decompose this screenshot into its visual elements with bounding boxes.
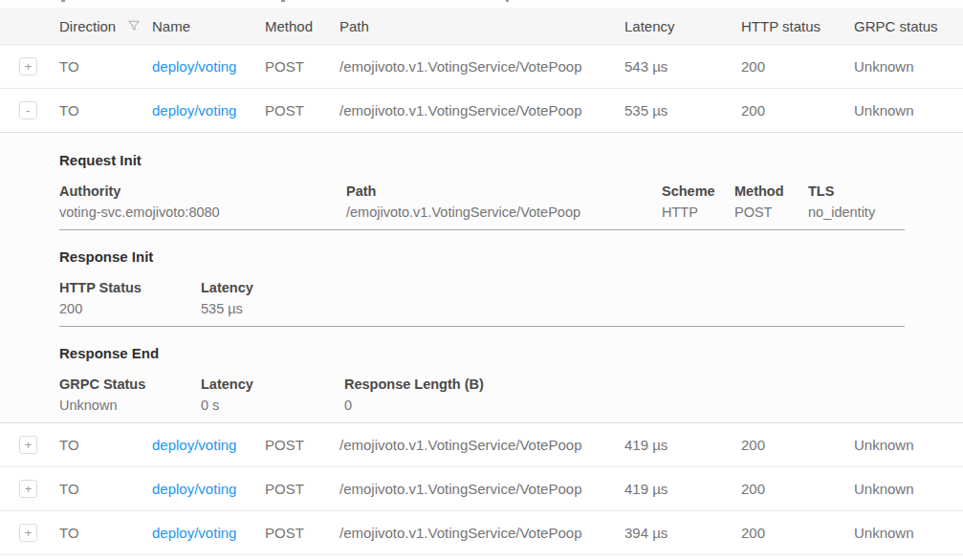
field-label: Authority xyxy=(59,183,331,199)
method-cell: POST xyxy=(265,102,339,118)
grpc-status-cell: Unknown xyxy=(854,525,963,541)
request-init-title: Request Init xyxy=(59,152,905,168)
response-length-field: Response Length (B) 0 xyxy=(344,377,905,413)
table-row: + TO deploy/voting POST /emojivoto.v1.Vo… xyxy=(0,511,963,555)
field-label: HTTP Status xyxy=(59,280,186,295)
path-field: Path /emojivoto.v1.VotingService/VotePoo… xyxy=(346,183,662,220)
field-label: GRPC Status xyxy=(59,377,186,392)
grpc-status-field: GRPC Status Unknown xyxy=(59,377,201,413)
latency-cell: 543 µs xyxy=(624,58,741,75)
latency-field: Latency 0 s xyxy=(201,377,344,413)
resource-link[interactable]: deploy/voting xyxy=(152,58,236,75)
expand-row-button[interactable]: + xyxy=(19,524,37,542)
response-end-title: Response End xyxy=(59,345,905,361)
path-cell: /emojivoto.v1.VotingService/VotePoop xyxy=(339,525,624,541)
direction-cell: TO xyxy=(59,437,152,453)
direction-cell: TO xyxy=(59,525,152,541)
clipped-text-fragment xyxy=(281,0,285,2)
method-cell: POST xyxy=(265,437,339,453)
field-label: Scheme xyxy=(662,183,719,199)
column-header-direction: Direction xyxy=(59,18,152,34)
direction-cell: TO xyxy=(59,481,152,497)
response-init-section: Response Init HTTP Status 200 Latency 53… xyxy=(59,230,905,327)
http-status-cell: 200 xyxy=(741,102,854,118)
table-row: + TO deploy/voting POST /emojivoto.v1.Vo… xyxy=(0,423,963,467)
grpc-status-cell: Unknown xyxy=(854,58,963,75)
field-value: 0 xyxy=(344,398,905,413)
grpc-status-cell: Unknown xyxy=(854,102,963,118)
method-field: Method POST xyxy=(734,183,808,220)
field-value: no_identity xyxy=(808,205,905,220)
direction-header-label: Direction xyxy=(59,18,116,34)
request-detail-panel: Request Init Authority voting-svc.emojiv… xyxy=(0,133,963,423)
method-cell: POST xyxy=(265,481,339,497)
field-value: HTTP xyxy=(662,205,719,220)
clipped-text-fragment xyxy=(61,0,65,2)
http-status-field: HTTP Status 200 xyxy=(59,280,201,316)
filter-funnel-icon[interactable] xyxy=(127,19,141,32)
field-value: 200 xyxy=(59,301,186,316)
path-cell: /emojivoto.v1.VotingService/VotePoop xyxy=(339,58,624,75)
column-header-grpc-status: GRPC status xyxy=(854,18,963,34)
latency-cell: 394 µs xyxy=(624,525,741,541)
http-status-cell: 200 xyxy=(741,58,854,75)
grpc-status-cell: Unknown xyxy=(854,437,963,453)
response-end-section: Response End GRPC Status Unknown Latency… xyxy=(59,327,905,413)
table-row: + TO deploy/voting POST /emojivoto.v1.Vo… xyxy=(0,467,963,511)
resource-link[interactable]: deploy/voting xyxy=(152,437,236,453)
path-cell: /emojivoto.v1.VotingService/VotePoop xyxy=(339,437,624,453)
field-value: voting-svc.emojivoto:8080 xyxy=(59,205,331,220)
field-value: 535 µs xyxy=(201,301,905,316)
response-init-title: Response Init xyxy=(59,248,905,265)
method-cell: POST xyxy=(265,58,339,75)
field-label: Latency xyxy=(201,377,329,392)
http-status-cell: 200 xyxy=(741,437,854,453)
resource-link[interactable]: deploy/voting xyxy=(152,102,236,118)
field-value: 0 s xyxy=(201,398,329,413)
latency-cell: 419 µs xyxy=(624,437,741,453)
field-value: POST xyxy=(734,205,793,220)
path-cell: /emojivoto.v1.VotingService/VotePoop xyxy=(339,481,624,497)
grpc-status-cell: Unknown xyxy=(854,481,963,497)
resource-link[interactable]: deploy/voting xyxy=(152,525,236,541)
table-header-row: Direction Name Method Path Latency HTTP … xyxy=(0,8,963,45)
path-cell: /emojivoto.v1.VotingService/VotePoop xyxy=(339,102,624,118)
latency-cell: 535 µs xyxy=(624,102,741,118)
latency-field: Latency 535 µs xyxy=(201,280,905,316)
field-label: TLS xyxy=(808,183,905,199)
column-header-path: Path xyxy=(339,18,624,34)
clipped-top-strip xyxy=(0,0,963,8)
method-cell: POST xyxy=(265,525,339,541)
table-row: + TO deploy/voting POST /emojivoto.v1.Vo… xyxy=(0,45,963,89)
direction-cell: TO xyxy=(59,58,152,75)
field-label: Method xyxy=(734,183,793,199)
column-header-method: Method xyxy=(265,18,339,34)
http-status-cell: 200 xyxy=(741,481,854,497)
column-header-latency: Latency xyxy=(624,18,741,34)
tls-field: TLS no_identity xyxy=(808,183,905,220)
clipped-text-fragment xyxy=(506,0,509,2)
authority-field: Authority voting-svc.emojivoto:8080 xyxy=(59,183,346,220)
field-value: /emojivoto.v1.VotingService/VotePoop xyxy=(346,205,646,220)
column-header-name: Name xyxy=(152,18,265,34)
field-label: Latency xyxy=(201,280,905,295)
request-init-section: Request Init Authority voting-svc.emojiv… xyxy=(59,152,905,230)
resource-link[interactable]: deploy/voting xyxy=(152,481,236,497)
scheme-field: Scheme HTTP xyxy=(662,183,734,220)
latency-cell: 419 µs xyxy=(624,481,741,497)
table-row-expanded: - TO deploy/voting POST /emojivoto.v1.Vo… xyxy=(0,89,963,133)
column-header-http-status: HTTP status xyxy=(741,18,854,34)
expand-row-button[interactable]: + xyxy=(19,57,37,75)
field-label: Response Length (B) xyxy=(344,377,905,392)
field-label: Path xyxy=(346,183,646,199)
expand-row-button[interactable]: + xyxy=(19,436,37,454)
collapse-row-button[interactable]: - xyxy=(19,101,37,119)
http-status-cell: 200 xyxy=(741,525,854,541)
direction-cell: TO xyxy=(59,102,152,118)
expand-row-button[interactable]: + xyxy=(19,480,37,498)
field-value: Unknown xyxy=(59,398,186,413)
